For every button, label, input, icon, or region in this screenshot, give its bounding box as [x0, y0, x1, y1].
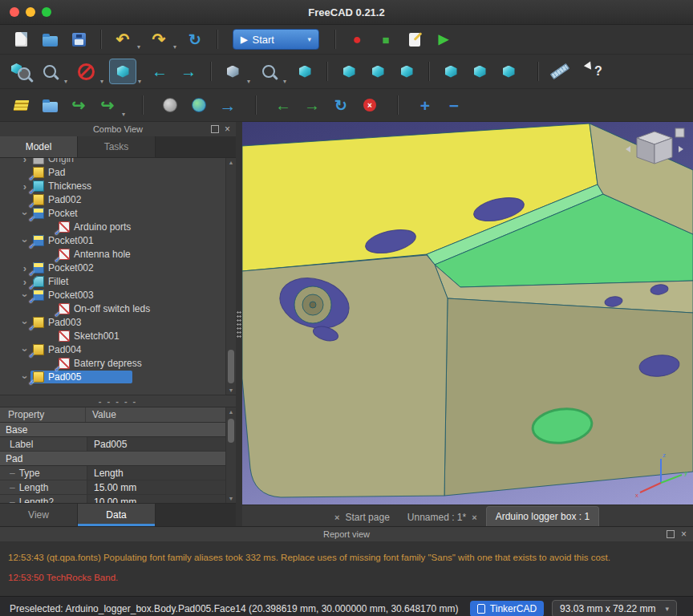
right-view-button[interactable]: [394, 59, 419, 83]
model-tree[interactable]: ›Origin Pad ›Thickness Pad002 ›Pocket Ar…: [0, 158, 236, 395]
draw-style-button[interactable]: [220, 59, 245, 83]
tab-view[interactable]: View: [0, 504, 78, 526]
tab-tasks[interactable]: Tasks: [78, 136, 156, 157]
tree-item-fillet[interactable]: ›Fillet: [0, 275, 236, 289]
scroll-down-icon[interactable]: ▼: [226, 496, 236, 501]
tab-model[interactable]: Model: [0, 136, 78, 157]
home-view-button[interactable]: [292, 59, 318, 83]
fit-all-button[interactable]: [8, 59, 34, 83]
tree-item-origin[interactable]: ›Origin: [0, 158, 236, 166]
zoom-in-button[interactable]: +: [412, 93, 438, 117]
record-macro-button[interactable]: ●: [344, 27, 370, 51]
property-row-type[interactable]: Type Length: [0, 466, 236, 480]
dimensions-dropdown[interactable]: 93.03 mm x 79.22 mm ▾: [552, 600, 677, 616]
link-forward-button[interactable]: →: [215, 93, 241, 117]
save-document-button[interactable]: [66, 27, 91, 51]
front-view-button[interactable]: [336, 59, 362, 83]
property-group-pad[interactable]: Pad: [0, 452, 236, 466]
rear-view-button[interactable]: [438, 59, 464, 83]
refresh-button[interactable]: ↻: [182, 27, 208, 51]
report-view-header[interactable]: Report view ×: [0, 527, 693, 541]
close-icon[interactable]: ×: [225, 124, 230, 134]
web-home-button[interactable]: [157, 93, 183, 117]
property-row-length[interactable]: Length 15.00 mm: [0, 480, 236, 495]
tree-item-pocket003[interactable]: ›Pocket003: [0, 289, 236, 302]
redo-dropdown[interactable]: ▾: [171, 43, 179, 51]
export-alt-button[interactable]: ↪: [95, 93, 120, 117]
measure-button[interactable]: [547, 59, 573, 83]
reload-page-button[interactable]: ↻: [328, 93, 354, 117]
tree-item-baterry-depress[interactable]: Baterry depress: [0, 357, 236, 371]
tree-item-sketch001[interactable]: Sketch001: [0, 330, 236, 343]
tree-item-pad002[interactable]: Pad002: [0, 193, 236, 207]
view-back-button[interactable]: ←: [147, 59, 172, 83]
property-group-base[interactable]: Base: [0, 423, 236, 437]
property-row-label[interactable]: Label Pad005: [0, 437, 236, 452]
minimize-window-button[interactable]: [26, 7, 35, 17]
scrollbar-thumb[interactable]: [228, 419, 234, 443]
workbench-selector[interactable]: ▶ Start ▾: [233, 29, 319, 50]
panel-viewport-splitter[interactable]: [236, 122, 242, 526]
top-view-button[interactable]: [365, 59, 391, 83]
3d-viewport[interactable]: z x y: [242, 122, 693, 505]
redo-button[interactable]: ↷: [146, 27, 172, 51]
close-icon[interactable]: ×: [681, 529, 687, 539]
undo-dropdown[interactable]: ▾: [135, 43, 143, 51]
view-dropdown[interactable]: ▾: [136, 78, 144, 85]
open-folder-button[interactable]: [37, 93, 63, 117]
doc-tab-unnamed[interactable]: Unnamed : 1* ×: [399, 509, 486, 526]
clipping-dropdown[interactable]: ▾: [98, 78, 106, 85]
stop-macro-button[interactable]: ■: [373, 27, 399, 51]
bottom-view-button[interactable]: [467, 59, 492, 83]
close-window-button[interactable]: [10, 7, 19, 17]
tree-item-pocket001[interactable]: ›Pocket001: [0, 234, 236, 248]
run-macro-button[interactable]: ▶: [431, 27, 456, 51]
export-button[interactable]: ↪: [66, 93, 91, 117]
left-view-button[interactable]: [496, 59, 521, 83]
report-log-area[interactable]: 12:53:43 (qt.qpa.fonts) Populating font …: [0, 541, 693, 588]
property-scrollbar[interactable]: ▲ ▼: [225, 407, 236, 503]
edit-macro-button[interactable]: [402, 27, 428, 51]
tree-item-thickness[interactable]: ›Thickness: [0, 180, 236, 193]
panel-splitter-handle[interactable]: - - - - -: [0, 395, 236, 407]
tree-item-pad004[interactable]: ›Pad004: [0, 343, 236, 357]
close-icon[interactable]: ×: [472, 513, 476, 522]
scroll-down-icon[interactable]: ▼: [226, 387, 236, 393]
tree-item-antenna-hole[interactable]: Antenna hole: [0, 248, 236, 261]
zoom-tools-button[interactable]: [256, 59, 282, 83]
combo-view-header[interactable]: Combo View ×: [0, 122, 236, 136]
tree-item-pad003[interactable]: ›Pad003: [0, 316, 236, 330]
scroll-up-icon[interactable]: ▲: [226, 160, 236, 165]
whats-this-button[interactable]: ?: [586, 59, 611, 83]
tree-scrollbar[interactable]: ▲ ▼: [225, 158, 236, 395]
chevron-right-icon[interactable]: ›: [19, 158, 30, 164]
view-forward-button[interactable]: →: [176, 59, 201, 83]
scroll-up-icon[interactable]: ▲: [226, 409, 236, 415]
doc-tab-start-page[interactable]: × Start page: [326, 509, 399, 526]
stop-loading-button[interactable]: ×: [357, 93, 383, 117]
export-dropdown[interactable]: ▾: [120, 111, 128, 118]
zoom-window-button[interactable]: [42, 7, 51, 17]
fit-selection-button[interactable]: [37, 59, 63, 83]
tree-item-onoff-switch-leds[interactable]: On-off switch leds: [0, 302, 236, 316]
tree-item-pocket[interactable]: ›Pocket: [0, 207, 236, 221]
property-row-length2[interactable]: Length2 10.00 mm: [0, 495, 236, 503]
undo-button[interactable]: ↶: [110, 27, 136, 51]
doc-tab-arduino-logger-box[interactable]: Arduino logger box : 1: [486, 506, 599, 526]
tab-data[interactable]: Data: [78, 504, 156, 526]
new-document-button[interactable]: [8, 27, 34, 51]
tree-item-pad[interactable]: Pad: [0, 166, 236, 180]
tree-item-pad005-selected[interactable]: ›Pad005: [0, 371, 236, 384]
float-panel-icon[interactable]: [667, 530, 675, 538]
draw-style-dropdown[interactable]: ▾: [245, 78, 253, 85]
open-browser-button[interactable]: [186, 93, 212, 117]
fit-selection-dropdown[interactable]: ▾: [62, 78, 70, 85]
clipping-plane-button[interactable]: [73, 59, 99, 83]
zoom-dropdown[interactable]: ▾: [281, 78, 289, 85]
layers-button[interactable]: [8, 93, 34, 117]
tinkercad-badge[interactable]: TinkerCAD: [470, 601, 544, 616]
tree-item-arduino-ports[interactable]: Arduino ports: [0, 221, 236, 234]
zoom-out-button[interactable]: −: [441, 93, 467, 117]
open-document-button[interactable]: [37, 27, 63, 51]
nav-forward-button[interactable]: →: [299, 93, 325, 117]
